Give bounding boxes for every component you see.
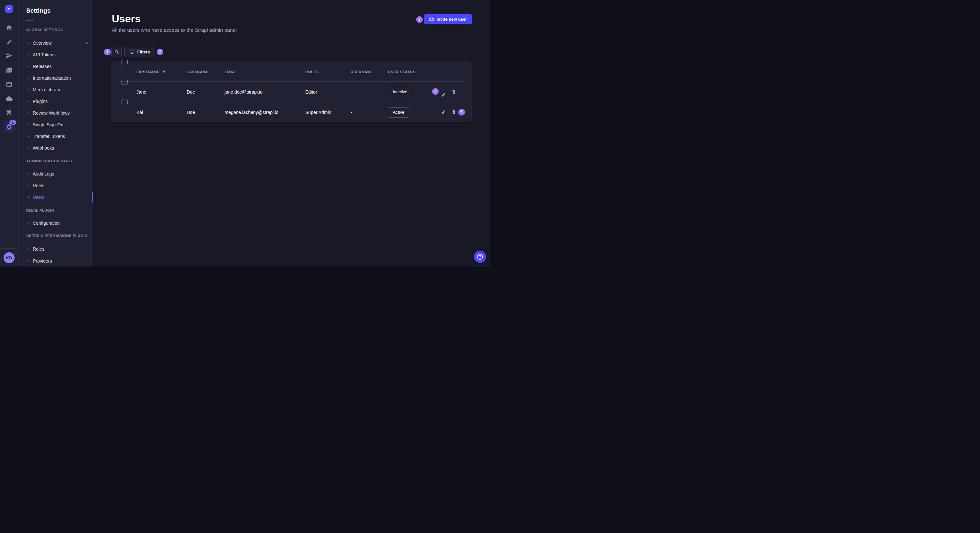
cloud-icon[interactable] <box>5 95 13 102</box>
sidebar-item-plugins[interactable]: Plugins <box>26 98 91 105</box>
bullet-icon <box>28 222 30 224</box>
section-label-global-settings: GLOBAL SETTINGS <box>26 28 63 33</box>
status-badge-active: Active <box>388 107 409 117</box>
strapi-logo-icon <box>7 7 11 11</box>
home-icon[interactable] <box>5 24 13 32</box>
cell-roles: Editor <box>305 82 317 102</box>
settings-subnav: Settings GLOBAL SETTINGS Overview API To… <box>19 0 93 266</box>
delete-button[interactable] <box>450 87 458 96</box>
column-header-firstname[interactable]: FIRSTNAME <box>137 62 165 82</box>
sidebar-item-media-library[interactable]: Media Library <box>26 86 91 93</box>
sidebar-item-label: Roles <box>33 246 45 252</box>
strapi-logo[interactable] <box>5 5 13 13</box>
trash-icon <box>452 89 456 94</box>
filters-button-label: Filters <box>137 49 150 54</box>
table-row-jane[interactable]: Jane Doe jane.doe@strapi.io Editor - Ina… <box>112 82 471 102</box>
filters-button[interactable]: Filters <box>124 47 155 57</box>
bullet-icon <box>28 197 30 198</box>
table-row-kai[interactable]: Kai Doe megane.lacheny@strapi.io Super A… <box>112 102 471 122</box>
strapi-admin-app: 1 KD Settings GLOBAL SETTINGS Overview A… <box>0 0 490 266</box>
sidebar-item-label: Transfer Tokens <box>33 134 65 139</box>
invite-new-user-button[interactable]: Invite new user <box>424 14 472 24</box>
cart-icon[interactable] <box>5 109 13 117</box>
sidebar-item-api-tokens[interactable]: API Tokens <box>26 51 91 58</box>
settings-notification-badge: 1 <box>10 120 16 125</box>
column-header-username[interactable]: USERNAME <box>351 62 373 82</box>
paper-plane-icon[interactable] <box>5 52 13 60</box>
bullet-icon <box>28 89 30 90</box>
sidebar-item-internationalization[interactable]: Internationalization <box>26 75 91 82</box>
cell-firstname: Jane <box>137 82 146 102</box>
column-header-user-status[interactable]: USER STATUS <box>388 62 415 82</box>
cell-lastname: Doe <box>187 82 195 102</box>
sidebar-item-transfer-tokens[interactable]: Transfer Tokens <box>26 133 91 140</box>
column-header-roles[interactable]: ROLES <box>305 62 319 82</box>
bullet-icon <box>28 54 30 56</box>
column-header-lastname[interactable]: LASTNAME <box>187 62 209 82</box>
sidebar-item-webhooks[interactable]: Webhooks <box>26 144 91 152</box>
bullet-icon <box>28 248 30 250</box>
search-icon <box>114 49 119 55</box>
sidebar-item-overview[interactable]: Overview <box>26 40 91 47</box>
sidebar-item-providers[interactable]: Providers <box>26 257 91 265</box>
cell-user-status: Inactive <box>388 82 412 102</box>
avatar[interactable]: KD <box>3 252 14 263</box>
sidebar-item-audit-logs[interactable]: Audit Logs <box>26 170 91 178</box>
funnel-icon <box>130 50 135 54</box>
sort-desc-icon <box>162 71 165 73</box>
cell-username: - <box>351 82 352 102</box>
sidebar-item-label: Users <box>33 195 45 200</box>
cell-username: - <box>351 102 352 122</box>
cell-email: jane.doe@strapi.io <box>224 82 262 102</box>
sidebar-item-label: Plugins <box>33 99 48 104</box>
table-header-row: FIRSTNAME LASTNAME EMAIL ROLES USERNAME … <box>112 62 471 82</box>
row-checkbox[interactable] <box>121 79 128 85</box>
bullet-icon <box>28 101 30 102</box>
sidebar-item-label: Single Sign-On <box>33 122 63 127</box>
section-label-email-plugin: EMAIL PLUGIN <box>26 209 54 214</box>
users-table: FIRSTNAME LASTNAME EMAIL ROLES USERNAME … <box>111 62 471 122</box>
edit-button[interactable] <box>439 90 447 99</box>
sidebar-item-label: Overview <box>33 40 51 46</box>
select-all-checkbox[interactable] <box>121 59 128 65</box>
sidebar-item-up-roles[interactable]: Roles <box>26 246 91 252</box>
column-header-email[interactable]: EMAIL <box>224 62 237 82</box>
pencil-icon <box>441 110 446 115</box>
bullet-icon <box>28 78 30 79</box>
bullet-icon <box>28 148 30 149</box>
sidebar-item-users-active[interactable]: Users <box>26 194 91 201</box>
row-checkbox[interactable] <box>121 99 128 105</box>
bullet-icon <box>28 124 30 125</box>
media-library-icon[interactable] <box>5 67 13 74</box>
annotation-marker-3: 3 <box>416 16 423 23</box>
subnav-scrollbar-thumb[interactable] <box>92 192 93 202</box>
sidebar-item-review-workflows[interactable]: Review Workflows <box>26 109 91 117</box>
search-button[interactable] <box>111 47 122 57</box>
annotation-marker-2: 2 <box>156 49 163 56</box>
section-label-administration-panel: ADMINISTRATION PANEL <box>26 159 73 164</box>
sidebar-item-configuration[interactable]: Configuration <box>26 219 91 227</box>
pen-icon[interactable] <box>5 38 13 46</box>
sidebar-item-label: Webhooks <box>33 145 54 151</box>
cell-firstname: Kai <box>137 102 143 122</box>
bullet-icon <box>28 43 30 44</box>
sidebar-item-releases[interactable]: Releases <box>26 63 91 70</box>
sidebar-item-single-sign-on[interactable]: Single Sign-On <box>26 121 91 128</box>
sidebar-item-admin-roles[interactable]: Roles <box>26 182 91 189</box>
gear-icon <box>6 124 12 130</box>
annotation-marker-5: 5 <box>458 109 465 116</box>
sidebar-item-label: Review Workflows <box>33 110 70 116</box>
delete-button[interactable] <box>450 108 458 116</box>
status-badge-inactive: Inactive <box>388 87 412 97</box>
page-subtitle: All the users who have access to the Str… <box>112 27 237 33</box>
sidebar-item-label: Releases <box>33 64 51 69</box>
help-button[interactable] <box>474 251 486 263</box>
bullet-icon <box>28 113 30 114</box>
bullet-icon <box>28 136 30 137</box>
invite-button-label: Invite new user <box>436 17 467 22</box>
bullet-icon <box>28 66 30 67</box>
layout-icon[interactable] <box>5 81 13 89</box>
cell-lastname: Doe <box>187 102 195 122</box>
sidebar-item-label: Providers <box>33 259 52 263</box>
edit-button[interactable] <box>439 108 447 116</box>
